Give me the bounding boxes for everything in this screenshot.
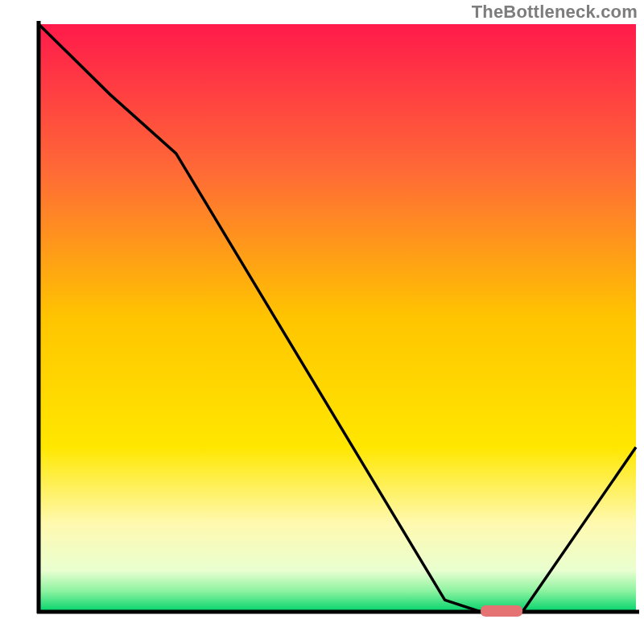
bottleneck-chart <box>0 0 644 644</box>
watermark-text: TheBottleneck.com <box>472 2 638 23</box>
chart-container: TheBottleneck.com <box>0 0 644 644</box>
optimal-marker <box>481 605 522 617</box>
